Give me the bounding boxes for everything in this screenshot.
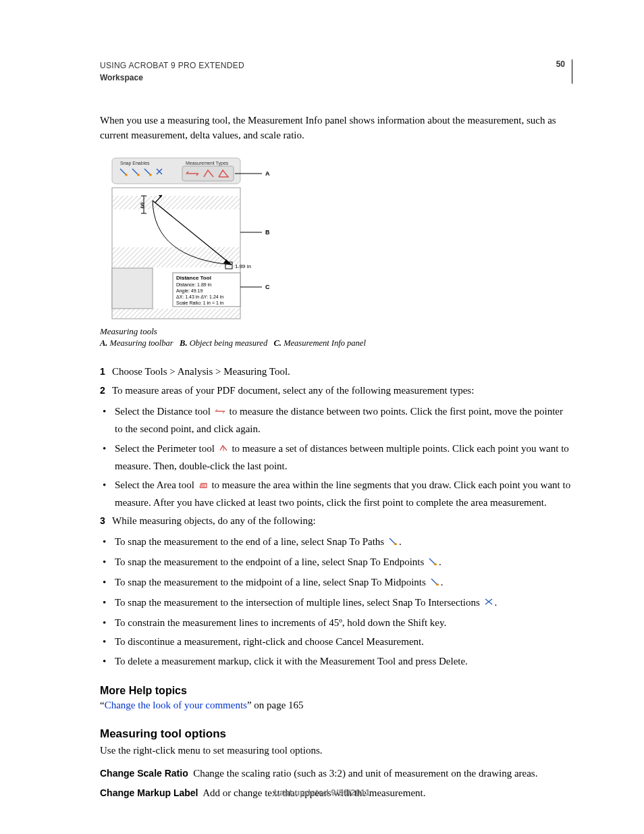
snap-intersections-icon bbox=[484, 594, 493, 611]
figure-dim: 1.89 in bbox=[235, 263, 251, 269]
info-distance: Distance: 1.89 in bbox=[176, 282, 211, 287]
svg-line-38 bbox=[431, 579, 437, 584]
step-list: 1Choose Tools > Analysis > Measuring Too… bbox=[100, 365, 572, 399]
svg-rect-16 bbox=[112, 309, 240, 318]
header-section: Workspace bbox=[100, 72, 244, 84]
footer-updated: Last updated 9/30/2011 bbox=[0, 787, 644, 798]
delete-bullet: •To delete a measurement markup, click i… bbox=[100, 653, 572, 670]
constrain-bullet: •To constrain the measurement lines to i… bbox=[100, 615, 572, 631]
info-angle: Angle: 49.19 bbox=[176, 288, 203, 294]
svg-text:$: $ bbox=[140, 202, 144, 209]
info-scale: Scale Ratio: 1 in = 1 in bbox=[176, 301, 223, 305]
label-c: C bbox=[265, 284, 270, 290]
measurement-types-label: Measurement Types bbox=[186, 161, 229, 166]
area-icon bbox=[198, 477, 208, 494]
perimeter-icon bbox=[219, 440, 228, 457]
info-delta: ΔX: 1.43 in ΔY: 1.24 in bbox=[176, 294, 223, 299]
snap-list: • To snap the measurement to the end of … bbox=[100, 533, 572, 670]
tool-list: • Select the Distance tool to measure th… bbox=[100, 403, 572, 511]
svg-point-7 bbox=[149, 174, 152, 176]
step-3: 3While measuring objects, do any of the … bbox=[100, 514, 572, 529]
distance-icon bbox=[215, 403, 225, 420]
snap-midpoints: • To snap the measurement to the midpoin… bbox=[100, 574, 572, 592]
label-b: B bbox=[265, 229, 270, 236]
step-1: 1Choose Tools > Analysis > Measuring Too… bbox=[100, 365, 572, 380]
svg-rect-17 bbox=[112, 268, 153, 309]
svg-line-34 bbox=[390, 538, 395, 544]
area-bullet: • Select the Area tool to measure the ar… bbox=[100, 477, 572, 511]
svg-point-3 bbox=[125, 174, 128, 176]
svg-point-5 bbox=[137, 174, 140, 176]
discontinue-bullet: •To discontinue a measurement, right-cli… bbox=[100, 633, 572, 650]
figure-legend: A. Measuring toolbar B. Object being mea… bbox=[100, 338, 572, 348]
snap-enables-label: Snap Enables bbox=[120, 161, 150, 166]
header-left: USING ACROBAT 9 PRO EXTENDED Workspace bbox=[100, 59, 244, 84]
label-a: A bbox=[265, 170, 270, 177]
svg-rect-15 bbox=[112, 247, 240, 267]
measuring-tools-figure: Snap Enables Measurement Types A bbox=[100, 157, 572, 322]
snap-intersections: • To snap the measurement to the interse… bbox=[100, 594, 572, 612]
more-help-heading: More Help topics bbox=[100, 685, 572, 697]
option-scale: Change Scale Ratio Change the scaling ra… bbox=[100, 766, 572, 781]
intro-paragraph: When you use a measuring tool, the Measu… bbox=[100, 113, 572, 143]
step-2: 2To measure areas of your PDF document, … bbox=[100, 384, 572, 398]
svg-rect-14 bbox=[112, 196, 240, 209]
distance-bullet: • Select the Distance tool to measure th… bbox=[100, 403, 572, 438]
snap-endpoints-icon bbox=[428, 554, 437, 571]
options-heading: Measuring tool options bbox=[100, 727, 572, 741]
step-list-2: 3While measuring objects, do any of the … bbox=[100, 514, 572, 529]
snap-midpoints-icon bbox=[430, 574, 439, 591]
options-intro: Use the right-click menu to set measurin… bbox=[100, 744, 572, 758]
snap-paths: • To snap the measurement to the end of … bbox=[100, 533, 572, 551]
page-number: 50 bbox=[556, 59, 565, 69]
figure-caption: Measuring tools bbox=[100, 326, 572, 337]
snap-endpoints: • To snap the measurement to the endpoin… bbox=[100, 554, 572, 571]
help-link-line: “Change the look of your comments” on pa… bbox=[100, 700, 572, 711]
page-header: USING ACROBAT 9 PRO EXTENDED Workspace 5… bbox=[100, 59, 572, 84]
perimeter-bullet: • Select the Perimeter tool to measure a… bbox=[100, 440, 572, 475]
info-title: Distance Tool bbox=[176, 275, 211, 281]
header-product: USING ACROBAT 9 PRO EXTENDED bbox=[100, 59, 244, 72]
change-look-link[interactable]: Change the look of your comments bbox=[105, 700, 247, 710]
page: USING ACROBAT 9 PRO EXTENDED Workspace 5… bbox=[0, 0, 644, 834]
svg-line-36 bbox=[429, 558, 435, 564]
snap-paths-icon bbox=[388, 533, 398, 550]
